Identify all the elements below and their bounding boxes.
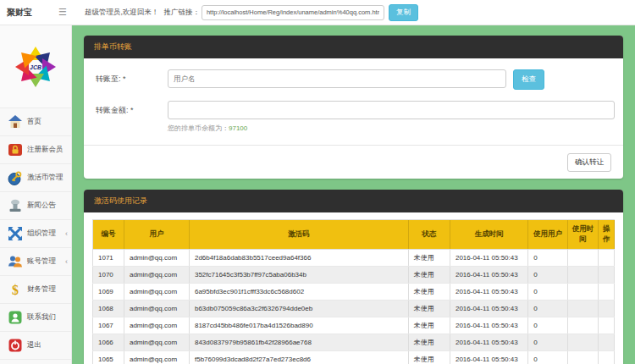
- sidebar-item-label: 联系我们: [27, 312, 56, 323]
- table-cell: [567, 351, 599, 364]
- transfer-to-label: 转账至: *: [96, 69, 168, 85]
- table-cell: 352fc71645c3f53b7ff97c5aba06b34b: [189, 267, 408, 284]
- table-cell: 0: [528, 317, 567, 334]
- transfer-to-input[interactable]: [168, 69, 506, 88]
- table-cell: [599, 334, 615, 351]
- table-cell: [567, 334, 599, 351]
- sidebar-item-news[interactable]: 新闻公告: [0, 192, 71, 220]
- activation-coin-icon: [8, 170, 23, 185]
- records-table: 编号用户激活码状态生成时间使用用户使用时间操作 1071admin@qq.com…: [92, 219, 615, 364]
- table-cell: [599, 317, 615, 334]
- table-cell: [599, 267, 615, 284]
- column-header: 生成时间: [450, 220, 527, 250]
- table-cell: 0: [528, 284, 567, 301]
- table-cell: 0: [528, 301, 567, 317]
- table-cell: 2016-04-11 05:50:43: [450, 351, 527, 364]
- table-cell: 2016-04-11 05:50:43: [450, 284, 527, 301]
- sidebar-item-label: 激活币管理: [27, 173, 64, 183]
- table-cell: [599, 301, 615, 317]
- sidebar-item-label: 退出: [27, 340, 41, 350]
- table-cell: 未使用: [408, 301, 450, 317]
- table-cell: 2d6b4f18a6dab83b5517ceed9a64f366: [189, 250, 408, 267]
- column-header: 激活码: [189, 220, 408, 250]
- table-cell: 0: [528, 250, 567, 267]
- sidebar-item-finance[interactable]: $ 财务管理: [0, 276, 71, 304]
- table-cell: admin@qq.com: [124, 301, 189, 317]
- table-cell: 未使用: [408, 317, 450, 334]
- finance-icon: $: [8, 282, 23, 297]
- top-header: 聚财宝 ☰ 超级管理员,欢迎回来！ 推广链接： 复制: [0, 0, 635, 25]
- column-header: 使用时间: [567, 220, 599, 250]
- table-cell: [567, 317, 599, 334]
- table-cell: [567, 250, 599, 267]
- sidebar-item-register-member[interactable]: 注册新会员: [0, 136, 71, 164]
- table-cell: 843d0837979b95861fb42f28966ae768: [189, 334, 408, 351]
- svg-text:$: $: [12, 283, 19, 297]
- table-cell: f5b76099d3dcad8d2f27a7ed273ec8d6: [189, 351, 408, 364]
- check-button[interactable]: 检查: [513, 69, 544, 90]
- sidebar-item-contact[interactable]: 联系我们: [0, 304, 71, 332]
- pinwheel-logo-icon: JCB: [13, 44, 58, 90]
- sidebar: JCB 首页 注册新会员 激活币管理 新闻公告 组织管理 ‹: [0, 25, 72, 364]
- column-header: 编号: [93, 220, 124, 250]
- table-cell: 1069: [93, 284, 124, 301]
- column-header: 状态: [408, 220, 450, 250]
- table-cell: admin@qq.com: [124, 250, 189, 267]
- transfer-amount-label: 转账金额: *: [96, 101, 168, 116]
- table-cell: 未使用: [408, 351, 450, 364]
- table-cell: 1067: [93, 317, 124, 334]
- sidebar-item-label: 首页: [27, 117, 41, 127]
- table-row: 1070admin@qq.com352fc71645c3f53b7ff97c5a…: [93, 267, 615, 284]
- table-cell: 2016-04-11 05:50:43: [450, 267, 527, 284]
- table-cell: [567, 284, 599, 301]
- sidebar-item-logout[interactable]: 退出: [0, 332, 71, 360]
- table-row: 1066admin@qq.com843d0837979b95861fb42f28…: [93, 334, 615, 351]
- table-cell: [599, 250, 615, 267]
- table-cell: 1071: [93, 250, 124, 267]
- table-cell: 8187cd45bb486fe017ba4d1526bad890: [189, 317, 408, 334]
- table-cell: 未使用: [408, 250, 450, 267]
- table-cell: 未使用: [408, 267, 450, 284]
- table-cell: admin@qq.com: [124, 317, 189, 334]
- table-row: 1067admin@qq.com8187cd45bb486fe017ba4d15…: [93, 317, 615, 334]
- register-member-icon: [8, 142, 23, 157]
- sidebar-item-account[interactable]: 账号管理 ‹: [0, 248, 71, 276]
- transfer-amount-input[interactable]: [168, 101, 615, 119]
- balance-hint: 您的排单币余额为：97100: [168, 124, 615, 133]
- confirm-transfer-button[interactable]: 确认转让: [567, 153, 611, 172]
- table-row: 1071admin@qq.com2d6b4f18a6dab83b5517ceed…: [93, 250, 615, 267]
- table-cell: 1065: [93, 351, 124, 364]
- promo-url-input[interactable]: [202, 5, 384, 20]
- table-row: 1065admin@qq.comf5b76099d3dcad8d2f27a7ed…: [93, 351, 615, 364]
- main-content: 排单币转账 转账至: * 检查 转账金额: * 您的排单币余额为：97100 确…: [72, 25, 635, 364]
- table-cell: admin@qq.com: [124, 334, 189, 351]
- table-cell: 6a95bfd3ec901f1cfff33dc6c568d602: [189, 284, 408, 301]
- menu-toggle-button[interactable]: ☰: [52, 0, 73, 25]
- table-cell: 2016-04-11 05:50:43: [450, 250, 527, 267]
- account-icon: [8, 254, 23, 269]
- logo: JCB: [0, 25, 71, 108]
- hamburger-icon: ☰: [58, 7, 67, 18]
- table-cell: 未使用: [408, 284, 450, 301]
- table-cell: 0: [528, 267, 567, 284]
- sidebar-item-label: 财务管理: [27, 284, 56, 295]
- organization-icon: [8, 226, 23, 241]
- table-cell: 2016-04-11 05:50:43: [450, 334, 527, 351]
- records-panel: 激活码使用记录 编号用户激活码状态生成时间使用用户使用时间操作 1071admi…: [84, 190, 623, 364]
- sidebar-item-activation-coin[interactable]: 激活币管理: [0, 164, 71, 192]
- news-icon: [8, 198, 23, 213]
- table-cell: [599, 351, 615, 364]
- copy-button[interactable]: 复制: [389, 4, 418, 21]
- balance-value: 97100: [229, 124, 247, 132]
- column-header: 使用用户: [528, 220, 567, 250]
- sidebar-item-home[interactable]: 首页: [0, 108, 71, 136]
- table-row: 1069admin@qq.com6a95bfd3ec901f1cfff33dc6…: [93, 284, 615, 301]
- brand-title: 聚财宝: [0, 7, 52, 19]
- home-icon: [8, 114, 23, 130]
- table-cell: 1068: [93, 301, 124, 317]
- table-cell: 未使用: [408, 334, 450, 351]
- table-cell: 1066: [93, 334, 124, 351]
- logout-icon: [8, 338, 23, 353]
- sidebar-item-organization[interactable]: 组织管理 ‹: [0, 220, 71, 248]
- table-header-row: 编号用户激活码状态生成时间使用用户使用时间操作: [93, 220, 615, 250]
